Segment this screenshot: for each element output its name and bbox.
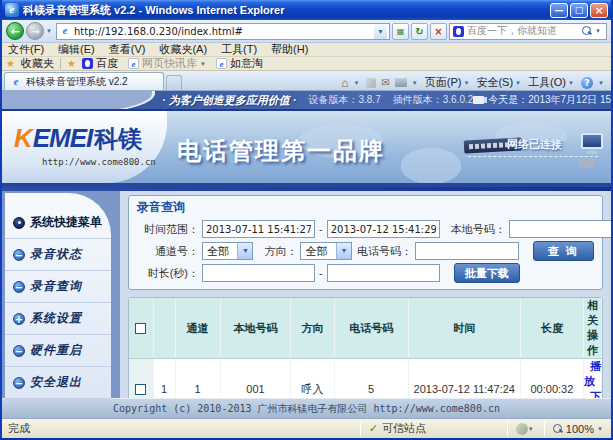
search-placeholder[interactable]: 百度一下，你就知道 — [467, 24, 579, 38]
sidebar-item-system-quick-menu[interactable]: 系统快捷菜单 — [5, 207, 111, 239]
close-button[interactable]: × — [590, 3, 608, 18]
forward-button[interactable]: → — [26, 22, 44, 40]
stop-button[interactable]: × — [430, 23, 447, 40]
menu-item[interactable]: 工具(T) — [221, 42, 257, 57]
protected-mode-dropdown[interactable]: ▼ — [528, 426, 536, 432]
safety-menu-button[interactable]: 安全(S) ▼ — [476, 75, 523, 90]
favorites-item[interactable]: 百度 — [82, 56, 118, 71]
ie-page-icon: e — [128, 58, 139, 69]
protected-mode-icon[interactable] — [516, 423, 528, 435]
favorites-item-label: 网页快讯库 — [142, 56, 197, 71]
menu-item[interactable]: 文件(F) — [8, 42, 44, 57]
print-icon[interactable] — [395, 78, 407, 87]
home-icon[interactable]: ⌂ — [341, 76, 348, 90]
maximize-button[interactable]: □ — [570, 3, 588, 18]
menu-item[interactable]: 编辑(E) — [58, 42, 95, 57]
today-datetime: 今天是：2013年7月12日 15:37:23 星期一 — [473, 93, 611, 107]
tab-ie-icon: e — [10, 76, 22, 88]
minus-icon: − — [13, 377, 25, 389]
menu-item[interactable]: 收藏夹(A) — [159, 42, 207, 57]
cell-phone-number: 5 — [334, 359, 408, 399]
range-separator: - — [319, 223, 323, 235]
chevron-down-icon[interactable]: ▼ — [336, 243, 351, 259]
chevron-down-icon[interactable]: ▼ — [237, 243, 252, 259]
sidebar-item-system-settings[interactable]: +系统设置 — [5, 303, 111, 335]
sidebar-item-recording-status[interactable]: −录音状态 — [5, 239, 111, 271]
mail-icon[interactable]: ✉ — [381, 77, 389, 88]
cell-direction: 呼入 — [291, 359, 334, 399]
url-text[interactable]: http://192.168.0.230/index.html# — [74, 26, 371, 37]
menu-item[interactable]: 查看(V) — [109, 42, 146, 57]
search-box[interactable]: 百度一下，你就知道 ▼ — [449, 23, 607, 40]
logo-emei: EMEI — [33, 123, 93, 153]
favorites-item[interactable]: e网页快讯库▼ — [128, 56, 206, 71]
row-checkbox[interactable] — [135, 384, 146, 395]
copyright-text: Copyright (c) 2010-2013 广州市科镁电子有限公司 http… — [113, 402, 500, 416]
channel-select[interactable]: 全部 ▼ — [202, 242, 253, 260]
search-dropdown[interactable]: ▼ — [595, 28, 603, 34]
nav-history-dropdown[interactable]: ▼ — [46, 28, 54, 34]
check-icon: ✓ — [369, 422, 378, 435]
search-button[interactable]: 查 询 — [533, 241, 594, 261]
url-dropdown[interactable]: ▼ — [374, 24, 387, 39]
today-text: 今天是：2013年7月12日 15:37:23 星期一 — [488, 93, 611, 107]
local-number-input[interactable] — [509, 220, 611, 238]
compatibility-view-button[interactable]: ▦ — [392, 23, 409, 40]
menu-item[interactable]: 帮助(H) — [271, 42, 308, 57]
form-row-time: 时间范围： - 本地号码： — [137, 218, 594, 240]
local-number-label: 本地号码： — [440, 222, 506, 237]
new-tab-button[interactable] — [166, 75, 182, 90]
url-field[interactable]: e http://192.168.0.230/index.html# ▼ — [56, 23, 390, 40]
divider — [60, 58, 61, 69]
duration-to-input[interactable] — [327, 264, 440, 282]
logo-k: K — [14, 123, 33, 153]
favorites-item[interactable]: e如意淘 — [216, 56, 263, 71]
slogan-banner: · 为客户创造更多应用价值 · 设备版本：3.8.7 插件版本：3.6.0.2 … — [2, 91, 611, 111]
back-button[interactable]: ← — [6, 22, 24, 40]
phone-input[interactable] — [415, 242, 519, 260]
content-area: 录音查询 时间范围： - 本地号码： 通道号： 全部 ▼ 方向： — [120, 187, 611, 398]
refresh-button[interactable]: ↻ — [411, 23, 428, 40]
print-dropdown[interactable]: ▼ — [412, 80, 420, 86]
play-link[interactable]: 播放 — [584, 360, 601, 387]
zoom-control[interactable]: 100% ▼ — [553, 423, 605, 435]
duration-from-input[interactable] — [202, 264, 315, 282]
row-checkbox-cell — [129, 359, 153, 399]
batch-download-button[interactable]: 批量下载 — [454, 263, 520, 283]
minus-icon: − — [13, 281, 25, 293]
minimize-button[interactable]: — — [550, 3, 568, 18]
zoom-dropdown[interactable]: ▼ — [597, 426, 605, 432]
download-link[interactable]: 下载 — [584, 390, 601, 398]
time-to-input[interactable] — [327, 220, 440, 238]
direction-select[interactable]: 全部 ▼ — [300, 242, 351, 260]
cell-channel: 1 — [175, 359, 220, 399]
select-all-checkbox[interactable] — [135, 323, 146, 334]
ie-icon: e — [5, 3, 19, 17]
add-favorite-icon[interactable]: ★ — [67, 58, 76, 69]
sidebar-item-label: 安全退出 — [30, 374, 82, 391]
tools-menu-button[interactable]: 工具(O) ▼ — [528, 75, 576, 90]
sidebar-item-recording-query[interactable]: −录音查询 — [5, 271, 111, 303]
window-title: 科镁录音管理系统 v2.2 - Windows Internet Explore… — [23, 3, 548, 18]
chevron-down-icon: ▼ — [463, 80, 471, 86]
home-dropdown[interactable]: ▼ — [353, 80, 361, 86]
page-menu-button[interactable]: 页面(P) ▼ — [425, 75, 472, 90]
sidebar-item-safe-exit[interactable]: −安全退出 — [5, 367, 111, 399]
tab-label: 科镁录音管理系统 v2.2 — [26, 75, 128, 89]
favorites-label[interactable]: 收藏夹 — [21, 56, 54, 71]
feeds-icon[interactable] — [366, 78, 376, 88]
sidebar-item-hardware-restart[interactable]: −硬件重启 — [5, 335, 111, 367]
status-bar: 完成 ✓ 可信站点 ▼ 100% ▼ — [2, 418, 611, 438]
address-bar: ← → ▼ e http://192.168.0.230/index.html#… — [2, 20, 611, 43]
help-icon[interactable]: ? — [581, 77, 593, 89]
baidu-icon — [82, 58, 93, 69]
help-dropdown[interactable]: ▼ — [598, 80, 606, 86]
main-area: 系统快捷菜单−录音状态−录音查询+系统设置−硬件重启−安全退出 录音查询 时间范… — [2, 187, 611, 398]
time-from-input[interactable] — [202, 220, 315, 238]
sidebar-item-label: 录音查询 — [30, 278, 82, 295]
baidu-icon — [453, 26, 464, 37]
sidebar: 系统快捷菜单−录音状态−录音查询+系统设置−硬件重启−安全退出 — [2, 187, 120, 398]
active-tab[interactable]: e 科镁录音管理系统 v2.2 — [4, 72, 164, 90]
search-icon[interactable] — [582, 26, 592, 36]
header-channel: 通道 — [175, 298, 220, 359]
